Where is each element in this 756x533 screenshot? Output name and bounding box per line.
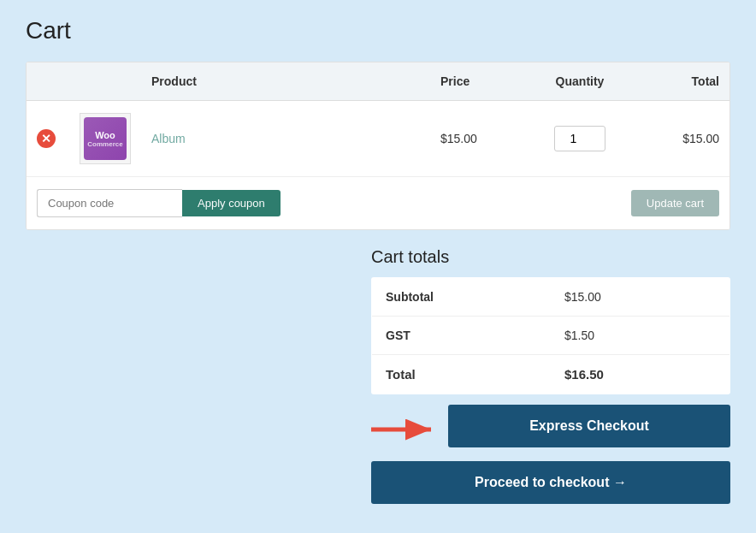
subtotal-row: Subtotal $15.00 (372, 278, 730, 317)
gst-value: $1.50 (551, 317, 730, 355)
gst-row: GST $1.50 (372, 317, 730, 355)
total-cell: $15.00 (644, 101, 729, 177)
express-checkout-row: Express Checkout (371, 405, 730, 454)
cart-totals-title: Cart totals (371, 247, 730, 267)
price-cell: $15.00 (430, 101, 516, 177)
update-cart-button[interactable]: Update cart (631, 190, 719, 216)
col-header-quantity: Quantity (516, 62, 644, 101)
cart-totals-box: Cart totals Subtotal $15.00 GST $1.50 To… (371, 247, 730, 504)
col-header-price: Price (430, 62, 516, 101)
total-label: Total (372, 355, 552, 394)
total-value: $16.50 (551, 355, 730, 394)
product-image: Woo Commerce (80, 113, 131, 164)
cart-table: Product Price Quantity Total ✕ Woo Comm (27, 62, 729, 177)
remove-item-button[interactable]: ✕ (37, 129, 56, 148)
express-checkout-button[interactable]: Express Checkout (448, 405, 730, 447)
gst-label: GST (372, 317, 552, 355)
proceed-checkout-button[interactable]: Proceed to checkout → (371, 461, 730, 504)
table-row: ✕ Woo Commerce Album $15.00 (27, 101, 729, 177)
col-header-product: Product (141, 62, 430, 101)
col-header-total: Total (644, 62, 729, 101)
coupon-left: Apply coupon (37, 189, 281, 217)
quantity-cell (516, 101, 644, 177)
quantity-input[interactable] (554, 126, 605, 151)
remove-icon: ✕ (37, 129, 56, 148)
totals-table: Subtotal $15.00 GST $1.50 Total $16.50 (371, 277, 730, 394)
arrow-icon (371, 417, 440, 442)
cart-totals-section: Cart totals Subtotal $15.00 GST $1.50 To… (26, 247, 730, 504)
subtotal-label: Subtotal (372, 278, 552, 317)
subtotal-value: $15.00 (551, 278, 730, 317)
total-row: Total $16.50 (372, 355, 730, 394)
page-title: Cart (26, 17, 730, 44)
woo-logo-icon: Woo Commerce (84, 117, 127, 160)
coupon-row: Apply coupon Update cart (27, 177, 729, 229)
cart-table-wrapper: Product Price Quantity Total ✕ Woo Comm (26, 62, 730, 230)
col-header-image (69, 62, 141, 101)
table-header-row: Product Price Quantity Total (27, 62, 729, 101)
product-name-cell: Album (141, 101, 430, 177)
product-link[interactable]: Album (151, 132, 186, 145)
image-cell: Woo Commerce (69, 101, 141, 177)
coupon-input[interactable] (37, 189, 182, 217)
apply-coupon-button[interactable]: Apply coupon (182, 190, 281, 216)
col-header-remove (27, 62, 69, 101)
remove-cell: ✕ (27, 101, 69, 177)
